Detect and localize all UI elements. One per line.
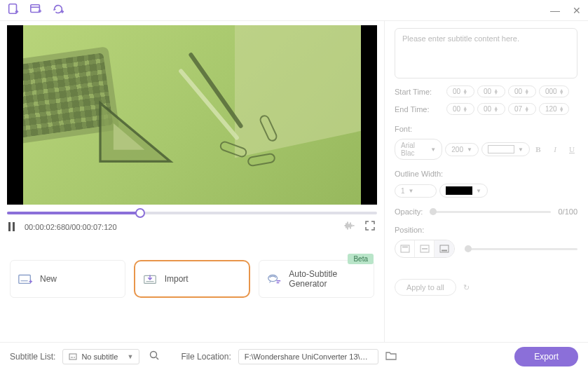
position-top[interactable] xyxy=(395,240,415,257)
export-button[interactable]: Export xyxy=(514,347,578,366)
search-icon[interactable] xyxy=(149,350,160,363)
auto-subtitle-card[interactable]: Beta Auto-Subtitle Generator xyxy=(259,260,374,298)
font-size-select[interactable]: 200▼ xyxy=(445,143,479,156)
subtitle-list-label: Subtitle List: xyxy=(10,352,55,362)
start-minutes[interactable]: 00▲▼ xyxy=(477,85,505,97)
apply-all-button[interactable]: Apply to all xyxy=(395,279,456,296)
video-preview[interactable] xyxy=(7,25,377,205)
end-ms[interactable]: 120▲▼ xyxy=(539,103,569,115)
right-panel: Please enter subtitle content here. Star… xyxy=(384,21,587,342)
svg-point-19 xyxy=(151,351,157,357)
footer-bar: Subtitle List: No subtitle▼ File Locatio… xyxy=(0,342,588,370)
pause-button[interactable] xyxy=(8,222,15,231)
file-location-input[interactable]: F:\Wondershare UniConverter 13\SubEdi xyxy=(238,349,378,364)
left-panel: 00:00:02:680/00:00:07:120 New Import Bet… xyxy=(0,21,384,342)
svg-rect-1 xyxy=(31,5,40,13)
file-location-label: File Location: xyxy=(181,352,231,362)
opacity-value: 0/100 xyxy=(558,207,577,216)
start-time-label: Start Time: xyxy=(395,88,444,96)
start-ms[interactable]: 000▲▼ xyxy=(539,85,569,97)
position-bottom[interactable] xyxy=(435,240,454,257)
svg-marker-3 xyxy=(100,103,170,161)
outline-width-label: Outline Width: xyxy=(395,170,577,178)
font-label: Font: xyxy=(395,125,577,133)
position-middle[interactable] xyxy=(415,240,435,257)
subtitle-list-dropdown[interactable]: No subtitle▼ xyxy=(62,349,139,364)
position-label: Position: xyxy=(395,226,577,234)
subtitle-textarea[interactable]: Please enter subtitle content here. xyxy=(395,28,577,78)
svg-rect-15 xyxy=(442,250,447,252)
bold-button[interactable]: B xyxy=(533,145,544,153)
start-seconds[interactable]: 00▲▼ xyxy=(508,85,536,97)
refresh-add-icon[interactable] xyxy=(52,3,64,18)
new-card[interactable]: New xyxy=(10,260,125,298)
end-time-label: End Time: xyxy=(395,105,444,114)
svg-rect-11 xyxy=(402,247,408,248)
svg-rect-13 xyxy=(422,248,428,249)
new-card-label: New xyxy=(40,274,57,284)
add-file-icon[interactable] xyxy=(7,3,20,18)
svg-rect-16 xyxy=(69,354,76,359)
import-card-label: Import xyxy=(165,274,189,284)
underline-button[interactable]: U xyxy=(566,145,577,153)
minimize-button[interactable]: — xyxy=(550,5,560,16)
title-bar: — ✕ xyxy=(0,0,588,21)
font-family-select[interactable]: Arial Blac▼ xyxy=(395,139,442,160)
reset-icon[interactable]: ↻ xyxy=(463,283,470,292)
outline-width-select[interactable]: 1▼ xyxy=(395,184,437,198)
seek-bar[interactable] xyxy=(7,212,377,214)
import-card[interactable]: Import xyxy=(134,260,251,298)
end-minutes[interactable]: 00▲▼ xyxy=(477,103,505,115)
outline-color-select[interactable]: ▼ xyxy=(439,184,488,198)
font-color-select[interactable]: ▼ xyxy=(481,142,530,156)
beta-badge: Beta xyxy=(348,254,374,264)
end-seconds[interactable]: 07▲▼ xyxy=(508,103,536,115)
opacity-slider[interactable] xyxy=(430,211,551,213)
auto-subtitle-label: Auto-Subtitle Generator xyxy=(289,269,367,289)
time-display: 00:00:02:680/00:00:07:120 xyxy=(25,223,117,231)
italic-button[interactable]: I xyxy=(549,145,561,153)
position-slider[interactable] xyxy=(465,248,577,250)
svg-rect-5 xyxy=(19,275,31,284)
start-hours[interactable]: 00▲▼ xyxy=(446,85,474,97)
fullscreen-icon[interactable] xyxy=(364,220,376,233)
add-window-icon[interactable] xyxy=(29,3,42,18)
end-hours[interactable]: 00▲▼ xyxy=(446,103,474,115)
folder-icon[interactable] xyxy=(385,350,397,362)
svg-line-20 xyxy=(156,357,158,359)
close-button[interactable]: ✕ xyxy=(573,5,581,16)
audio-waveform-icon[interactable] xyxy=(343,220,355,233)
opacity-label: Opacity: xyxy=(395,207,423,216)
